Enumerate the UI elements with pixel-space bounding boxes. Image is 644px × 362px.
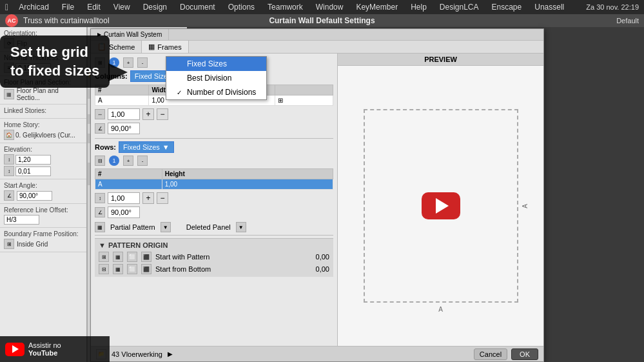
menu-item-view[interactable]: View xyxy=(111,3,133,12)
col-row-num: A xyxy=(95,96,149,106)
yt-play-overlay[interactable] xyxy=(422,192,460,219)
menu-item-teamwork[interactable]: Teamwork xyxy=(265,3,306,12)
floor-plan-icon: ▦ xyxy=(4,89,14,99)
menu-item-file[interactable]: File xyxy=(59,3,77,12)
menu-item-options[interactable]: Options xyxy=(226,3,257,12)
title-right: Default xyxy=(616,17,639,25)
rows-angle-row: ∠ xyxy=(95,206,333,218)
menu-item-archicad[interactable]: Archicad xyxy=(16,3,52,12)
pattern-icon4: ⬛ xyxy=(141,252,151,262)
menu-item-window[interactable]: Window xyxy=(313,3,346,12)
start-angle-section: Start Angle: ∠ xyxy=(0,179,86,204)
window-title: Truss with curtainwalltool xyxy=(23,16,110,25)
col-angle-icon: ∠ xyxy=(95,123,105,134)
columns-plus-btn[interactable]: + xyxy=(142,108,154,120)
columns-add-icon[interactable]: + xyxy=(123,57,133,68)
partial-row: ▦ Partial Pattern ▼ Deleted Panel ▼ xyxy=(95,222,333,232)
elevation-icon1: ↕ xyxy=(4,154,14,165)
columns-value-input[interactable] xyxy=(108,108,140,120)
preview-bottom-label: A xyxy=(438,306,443,313)
tree-panel-selector: 📋 Scheme ▦ Frames xyxy=(91,41,543,54)
status-arrow: ▶ xyxy=(168,350,173,357)
home-story-section: Home Story: 🏠 0. Gelijkvloers (Cur... xyxy=(0,119,86,143)
rows-table: # Height A 1,00 xyxy=(95,168,333,190)
scheme-triangle: ▶ xyxy=(97,32,101,37)
orientation-value: ⟳ Flip xyxy=(4,38,83,48)
menu-bar:  Archicad File Edit View Design Documen… xyxy=(0,0,644,14)
yt-banner-text: Assistir no xyxy=(28,341,61,349)
rows-minus-btn[interactable]: − xyxy=(157,192,168,204)
columns-angle-input[interactable] xyxy=(108,123,140,134)
start-pattern-label: Start with Pattern xyxy=(155,253,210,261)
elevation-input2[interactable] xyxy=(15,166,51,176)
menu-item-unassell[interactable]: Unassell xyxy=(532,3,567,12)
main-content: Orientation: ⟳ Flip Nominal Thickness: ≡… xyxy=(0,27,644,362)
floor-plan-value[interactable]: ▦ Floor Plan and Sectio... xyxy=(4,87,83,101)
columns-minus-btn[interactable]: − xyxy=(157,108,168,120)
menu-item-designlca[interactable]: DesignLCA xyxy=(437,3,482,12)
boundary-icon: ⊞ xyxy=(4,239,14,249)
linked-stories-label: Linked Stories: xyxy=(4,107,83,114)
left-panel: Orientation: ⟳ Flip Nominal Thickness: ≡… xyxy=(0,27,87,362)
preview-box: A A xyxy=(364,109,518,303)
nominal-input[interactable] xyxy=(15,63,51,73)
preview-label-text: PREVIEW xyxy=(338,54,543,66)
col-th-num: # xyxy=(95,85,149,96)
rows-label: Rows: xyxy=(95,143,116,151)
menu-item-design[interactable]: Design xyxy=(141,3,170,12)
row-input-icon: ↕ xyxy=(95,193,105,203)
deleted-label: Deleted Panel xyxy=(186,223,231,231)
row-cell-num: A xyxy=(95,179,162,190)
scheme-label: Scheme xyxy=(109,43,135,51)
tree-scheme[interactable]: 📋 Scheme xyxy=(91,41,142,53)
pattern-section: ▼ PATTERN ORIGIN ⊞ ▦ ⬜ ⬛ Start with Patt… xyxy=(95,238,333,277)
rows-angle-input[interactable] xyxy=(108,206,140,218)
menu-item-enscape[interactable]: Enscape xyxy=(489,3,525,12)
title-bar: AC Truss with curtainwalltool Curtain Wa… xyxy=(0,14,644,27)
dropdown-item-best[interactable]: Best Division xyxy=(166,71,266,85)
menu-item-edit[interactable]: Edit xyxy=(84,3,103,12)
elevation-section: Elevation: ↕ ↕ xyxy=(0,143,86,179)
rows-add-icon[interactable]: + xyxy=(123,156,133,166)
dropdown-item-fixed[interactable]: Fixed Sizes xyxy=(166,57,266,71)
rows-plus-btn[interactable]: + xyxy=(142,192,154,204)
menu-item-document[interactable]: Document xyxy=(177,3,218,12)
pattern-triangle: ▼ xyxy=(99,241,106,249)
curtain-wall-label: Curtain Wall System xyxy=(104,31,162,38)
frames-label: Frames xyxy=(157,43,181,51)
angle-input[interactable] xyxy=(17,191,52,201)
floor-plan-section: Floor Plan and Section: ▦ Floor Plan and… xyxy=(0,76,86,105)
pattern-icon6: ▦ xyxy=(113,264,123,274)
elevation-input1[interactable] xyxy=(15,155,51,165)
ref-line-section: Reference Line Offset: xyxy=(0,204,86,228)
rows-remove-icon[interactable]: - xyxy=(137,156,148,166)
menu-bar-time: Za 30 nov. 22:19 xyxy=(586,3,639,11)
columns-label: Columns: xyxy=(95,72,128,80)
ok-button[interactable]: OK xyxy=(511,348,538,360)
orientation-icon[interactable]: ⟳ xyxy=(4,38,14,48)
columns-remove-icon[interactable]: - xyxy=(137,57,148,68)
apple-logo:  xyxy=(5,2,8,12)
youtube-banner[interactable]: Assistir no YouTube xyxy=(0,336,110,362)
deleted-dropdown-icon[interactable]: ▼ xyxy=(236,222,246,232)
rows-row-a[interactable]: A 1,00 xyxy=(95,179,333,190)
flip-label: Flip xyxy=(17,40,27,47)
menu-item-help[interactable]: Help xyxy=(408,3,429,12)
pattern-title: PATTERN ORIGIN xyxy=(108,241,168,249)
partial-dropdown-icon[interactable]: ▼ xyxy=(161,222,171,232)
cancel-button[interactable]: Cancel xyxy=(474,348,507,360)
rows-dropdown[interactable]: Fixed Sizes ▼ xyxy=(119,141,174,153)
boundary-text: Inside Grid xyxy=(17,241,48,248)
rows-value-input[interactable] xyxy=(108,192,140,204)
columns-input-row: ↔ + − xyxy=(95,108,333,120)
status-bar: 📁 43 Vloerwerking ▶ Cancel OK xyxy=(91,346,543,361)
dropdown-item-number[interactable]: ✓ Number of Divisions xyxy=(166,85,266,99)
ref-line-value xyxy=(4,215,83,225)
ref-line-input[interactable] xyxy=(4,215,39,225)
panel-selector-scheme[interactable]: ▶ Curtain Wall System xyxy=(91,29,169,40)
tree-frames[interactable]: ▦ Frames xyxy=(142,41,188,53)
boundary-value: ⊞ Inside Grid xyxy=(4,239,83,249)
title-bar-left: AC Truss with curtainwalltool xyxy=(5,14,110,27)
yt-play-text: YouTube xyxy=(28,349,61,357)
menu-item-keymember[interactable]: KeyMember xyxy=(353,3,400,12)
